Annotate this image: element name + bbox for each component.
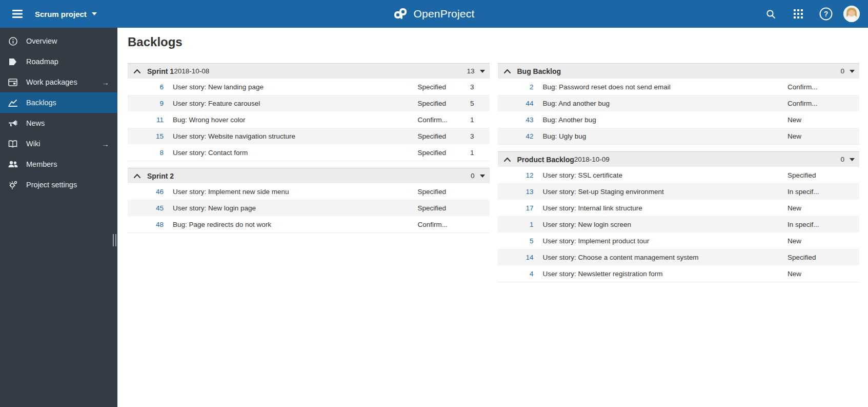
work-package-points: 3 [459, 132, 474, 140]
backlog-name: Sprint 2 [147, 172, 174, 180]
backlog-row[interactable]: 11Bug: Wrong hover colorConfirm...1 [128, 111, 490, 128]
expand-arrow-icon[interactable]: → [102, 140, 109, 148]
work-package-id-link[interactable]: 4 [498, 270, 534, 278]
modules-grid-icon[interactable] [788, 4, 809, 24]
work-package-title: Bug: Ugly bug [543, 132, 788, 140]
backlog-header: Sprint 1 2018-10-08 13 [128, 63, 490, 79]
work-package-id-link[interactable]: 2 [498, 83, 534, 91]
collapse-chevron-icon[interactable] [504, 69, 511, 73]
backlog-name: Sprint 1 [147, 67, 174, 75]
backlog-row[interactable]: 15User story: Website navigation structu… [128, 128, 490, 144]
work-package-status: Specified [418, 204, 459, 212]
work-package-id-link[interactable]: 15 [128, 132, 164, 140]
collapse-chevron-icon[interactable] [504, 158, 511, 162]
work-package-title: User story: Set-up Staging environment [543, 188, 788, 196]
openproject-logo[interactable]: OpenProject [394, 0, 475, 28]
sidebar-item-news[interactable]: News [0, 113, 117, 133]
sidebar-item-work-packages[interactable]: Work packages→ [0, 72, 117, 92]
avatar[interactable] [843, 6, 860, 22]
expand-arrow-icon[interactable]: → [102, 78, 109, 87]
work-package-title: User story: Implement new side menu [173, 188, 418, 196]
work-package-id-link[interactable]: 11 [128, 116, 164, 124]
sidebar-item-roadmap[interactable]: Roadmap [0, 51, 117, 72]
collapse-chevron-icon[interactable] [134, 69, 140, 73]
collapse-chevron-icon[interactable] [134, 174, 140, 178]
sidebar-item-wiki[interactable]: Wiki→ [0, 133, 117, 154]
sidebar: OverviewRoadmapWork packages→BacklogsNew… [0, 28, 117, 407]
backlog-row[interactable]: 4User story: Newsletter registration for… [498, 265, 860, 282]
work-package-id-link[interactable]: 6 [128, 83, 164, 91]
search-icon[interactable] [760, 4, 781, 24]
sidebar-item-overview[interactable]: Overview [0, 31, 117, 51]
backlog-date: 2018-10-09 [574, 156, 684, 163]
sidebar-item-members[interactable]: Members [0, 154, 117, 175]
backlog-menu-caret-icon[interactable] [480, 175, 485, 178]
backlog-date: 2018-10-08 [174, 67, 284, 75]
backlogs-right-column: Bug Backlog 0 2Bug: Password reset does … [498, 63, 860, 289]
work-package-points: 5 [459, 100, 474, 107]
work-package-title: Bug: Another bug [543, 116, 788, 124]
work-package-id-link[interactable]: 42 [498, 132, 534, 140]
work-package-title: User story: Feature carousel [173, 100, 418, 107]
backlog-row[interactable]: 1User story: New login screenIn specif..… [498, 216, 860, 232]
work-package-status: New [788, 204, 829, 212]
backlogs-columns: Sprint 1 2018-10-08 13 6User story: New … [128, 63, 859, 289]
backlog-row[interactable]: 46User story: Implement new side menuSpe… [128, 183, 490, 200]
backlog-row[interactable]: 43Bug: Another bugNew [498, 111, 860, 128]
sidebar-item-label: News [26, 119, 45, 127]
work-package-id-link[interactable]: 13 [498, 188, 534, 196]
work-package-title: Bug: And another bug [543, 100, 788, 107]
sidebar-menu: OverviewRoadmapWork packages→BacklogsNew… [0, 31, 117, 195]
work-package-id-link[interactable]: 17 [498, 204, 534, 212]
backlog-row[interactable]: 2Bug: Password reset does not send email… [498, 79, 860, 95]
work-package-title: User story: Contact form [173, 149, 418, 157]
openproject-logo-text: OpenProject [414, 8, 475, 20]
work-package-id-link[interactable]: 46 [128, 188, 164, 196]
backlog-body: 6User story: New landing pageSpecified39… [128, 79, 490, 161]
backlog-menu-caret-icon[interactable] [850, 70, 855, 73]
work-package-id-link[interactable]: 5 [498, 237, 534, 245]
news-icon [8, 118, 18, 128]
backlog-row[interactable]: 9User story: Feature carouselSpecified5 [128, 95, 490, 111]
sidebar-item-project-settings[interactable]: Project settings [0, 175, 117, 195]
work-package-status: Confirm... [788, 83, 829, 91]
backlog-points-count: 0 [684, 156, 844, 163]
hamburger-menu-icon[interactable] [7, 4, 28, 24]
backlog-menu-caret-icon[interactable] [850, 158, 855, 161]
project-selector[interactable]: Scrum project [35, 10, 97, 18]
work-package-id-link[interactable]: 1 [498, 221, 534, 228]
sidebar-item-backlogs[interactable]: Backlogs [0, 92, 117, 113]
backlog-menu-caret-icon[interactable] [480, 70, 485, 73]
sidebar-resize-handle[interactable] [113, 234, 116, 246]
backlog-row[interactable]: 45User story: New login pageSpecified [128, 200, 490, 216]
backlog-row[interactable]: 12User story: SSL certificateSpecified [498, 167, 860, 183]
backlog-row[interactable]: 17User story: Internal link structureNew [498, 200, 860, 216]
help-icon[interactable]: ? [816, 4, 836, 24]
backlog-row[interactable]: 8User story: Contact formSpecified1 [128, 144, 490, 161]
work-package-status: Specified [418, 188, 459, 196]
backlog-row[interactable]: 48Bug: Page redirects do not workConfirm… [128, 216, 490, 232]
work-package-status: Confirm... [418, 116, 459, 124]
work-package-status: New [788, 132, 829, 140]
work-package-id-link[interactable]: 8 [128, 149, 164, 157]
page-title: Backlogs [128, 35, 859, 49]
wiki-icon [8, 139, 18, 149]
backlog-row[interactable]: 5User story: Implement product tourNew [498, 232, 860, 249]
backlog-row[interactable]: 13User story: Set-up Staging environment… [498, 183, 860, 200]
work-package-id-link[interactable]: 14 [498, 254, 534, 261]
roadmap-icon [8, 56, 18, 67]
work-package-id-link[interactable]: 45 [128, 204, 164, 212]
work-package-id-link[interactable]: 9 [128, 100, 164, 107]
backlog-row[interactable]: 6User story: New landing pageSpecified3 [128, 79, 490, 95]
work-package-id-link[interactable]: 12 [498, 171, 534, 179]
work-package-id-link[interactable]: 44 [498, 100, 534, 107]
svg-text:?: ? [824, 10, 829, 18]
main-content: Backlogs Sprint 1 2018-10-08 13 6User st… [117, 28, 868, 407]
backlog-header: Sprint 2 0 [128, 168, 490, 183]
backlog-row[interactable]: 42Bug: Ugly bugNew [498, 128, 860, 144]
work-package-id-link[interactable]: 48 [128, 221, 164, 228]
backlog-row[interactable]: 44Bug: And another bugConfirm... [498, 95, 860, 111]
backlogs-left-column: Sprint 1 2018-10-08 13 6User story: New … [128, 63, 490, 240]
work-package-id-link[interactable]: 43 [498, 116, 534, 124]
backlog-row[interactable]: 14User story: Choose a content managemen… [498, 249, 860, 265]
